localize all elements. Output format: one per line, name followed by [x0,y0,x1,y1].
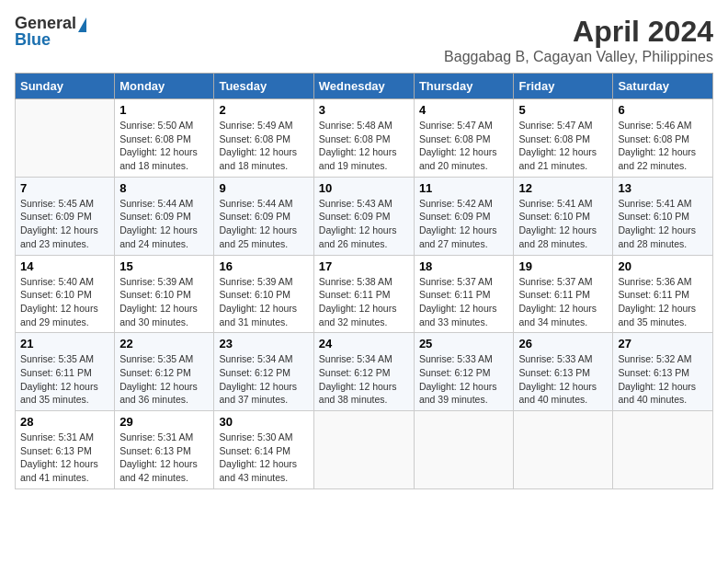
calendar-cell: 24Sunrise: 5:34 AM Sunset: 6:12 PM Dayli… [313,333,414,411]
calendar-cell: 28Sunrise: 5:31 AM Sunset: 6:13 PM Dayli… [16,411,115,489]
calendar-cell: 5Sunrise: 5:47 AM Sunset: 6:08 PM Daylig… [514,99,613,178]
calendar-cell: 18Sunrise: 5:37 AM Sunset: 6:11 PM Dayli… [414,255,514,333]
calendar-cell: 21Sunrise: 5:35 AM Sunset: 6:11 PM Dayli… [16,333,115,411]
calendar-cell: 13Sunrise: 5:41 AM Sunset: 6:10 PM Dayli… [613,177,713,255]
day-info: Sunrise: 5:37 AM Sunset: 6:11 PM Dayligh… [419,276,497,327]
day-info: Sunrise: 5:32 AM Sunset: 6:13 PM Dayligh… [618,353,696,405]
day-number: 29 [119,415,209,429]
day-number: 6 [618,103,708,117]
day-info: Sunrise: 5:41 AM Sunset: 6:10 PM Dayligh… [518,198,597,249]
week-row-4: 21Sunrise: 5:35 AM Sunset: 6:11 PM Dayli… [16,333,713,411]
week-row-2: 7Sunrise: 5:45 AM Sunset: 6:09 PM Daylig… [16,177,713,255]
title-area: April 2024 Baggabag B, Cagayan Valley, P… [444,15,713,65]
day-number: 30 [219,415,308,429]
calendar-cell: 17Sunrise: 5:38 AM Sunset: 6:11 PM Dayli… [313,255,414,333]
day-number: 1 [119,103,209,117]
day-number: 3 [319,103,409,117]
header: General Blue April 2024 Baggabag B, Caga… [15,15,713,65]
week-row-1: 1Sunrise: 5:50 AM Sunset: 6:08 PM Daylig… [16,99,713,178]
day-number: 9 [219,181,308,195]
day-number: 20 [618,259,708,273]
day-number: 19 [518,259,608,273]
day-number: 13 [618,181,708,195]
day-info: Sunrise: 5:48 AM Sunset: 6:08 PM Dayligh… [319,120,397,171]
day-info: Sunrise: 5:30 AM Sunset: 6:14 PM Dayligh… [219,431,297,483]
calendar-cell [16,99,115,178]
day-info: Sunrise: 5:40 AM Sunset: 6:10 PM Dayligh… [20,276,98,327]
day-info: Sunrise: 5:46 AM Sunset: 6:08 PM Dayligh… [618,120,696,171]
calendar-cell: 15Sunrise: 5:39 AM Sunset: 6:10 PM Dayli… [115,255,214,333]
day-info: Sunrise: 5:45 AM Sunset: 6:09 PM Dayligh… [20,198,98,249]
day-number: 16 [219,259,308,273]
calendar-cell: 22Sunrise: 5:35 AM Sunset: 6:12 PM Dayli… [115,333,214,411]
day-info: Sunrise: 5:31 AM Sunset: 6:13 PM Dayligh… [20,431,98,483]
col-header-friday: Friday [514,74,613,99]
calendar-cell [613,411,713,489]
calendar-cell: 27Sunrise: 5:32 AM Sunset: 6:13 PM Dayli… [613,333,713,411]
week-row-3: 14Sunrise: 5:40 AM Sunset: 6:10 PM Dayli… [16,255,713,333]
day-number: 7 [20,181,109,195]
day-info: Sunrise: 5:49 AM Sunset: 6:08 PM Dayligh… [219,120,297,171]
day-info: Sunrise: 5:47 AM Sunset: 6:08 PM Dayligh… [518,120,597,171]
day-number: 11 [419,181,509,195]
day-number: 17 [319,259,409,273]
calendar-cell: 9Sunrise: 5:44 AM Sunset: 6:09 PM Daylig… [214,177,313,255]
day-number: 12 [518,181,608,195]
day-number: 26 [518,337,608,350]
day-info: Sunrise: 5:37 AM Sunset: 6:11 PM Dayligh… [518,276,597,327]
calendar-cell: 4Sunrise: 5:47 AM Sunset: 6:08 PM Daylig… [414,99,514,178]
day-info: Sunrise: 5:33 AM Sunset: 6:12 PM Dayligh… [419,353,497,405]
calendar-cell: 16Sunrise: 5:39 AM Sunset: 6:10 PM Dayli… [214,255,313,333]
col-header-sunday: Sunday [16,74,115,99]
calendar-cell: 26Sunrise: 5:33 AM Sunset: 6:13 PM Dayli… [514,333,613,411]
calendar-cell: 11Sunrise: 5:42 AM Sunset: 6:09 PM Dayli… [414,177,514,255]
logo-general-text: General [15,15,76,31]
day-info: Sunrise: 5:47 AM Sunset: 6:08 PM Dayligh… [419,120,497,171]
day-number: 21 [20,337,109,350]
day-number: 24 [319,337,409,350]
day-info: Sunrise: 5:31 AM Sunset: 6:13 PM Dayligh… [119,431,198,483]
col-header-monday: Monday [115,74,214,99]
day-info: Sunrise: 5:44 AM Sunset: 6:09 PM Dayligh… [119,198,198,249]
col-header-tuesday: Tuesday [214,74,313,99]
day-info: Sunrise: 5:50 AM Sunset: 6:08 PM Dayligh… [119,120,198,171]
calendar-cell: 23Sunrise: 5:34 AM Sunset: 6:12 PM Dayli… [214,333,313,411]
logo-blue-text: Blue [15,31,51,48]
calendar-cell: 2Sunrise: 5:49 AM Sunset: 6:08 PM Daylig… [214,99,313,178]
month-title: April 2024 [444,15,713,49]
day-info: Sunrise: 5:34 AM Sunset: 6:12 PM Dayligh… [219,353,297,405]
day-info: Sunrise: 5:39 AM Sunset: 6:10 PM Dayligh… [219,276,297,327]
day-info: Sunrise: 5:38 AM Sunset: 6:11 PM Dayligh… [319,276,397,327]
calendar-cell: 20Sunrise: 5:36 AM Sunset: 6:11 PM Dayli… [613,255,713,333]
calendar-header-row: SundayMondayTuesdayWednesdayThursdayFrid… [16,74,713,99]
day-number: 10 [319,181,409,195]
calendar-cell: 7Sunrise: 5:45 AM Sunset: 6:09 PM Daylig… [16,177,115,255]
calendar-cell: 3Sunrise: 5:48 AM Sunset: 6:08 PM Daylig… [313,99,414,178]
calendar-cell: 1Sunrise: 5:50 AM Sunset: 6:08 PM Daylig… [115,99,214,178]
day-number: 25 [419,337,509,350]
calendar-cell: 10Sunrise: 5:43 AM Sunset: 6:09 PM Dayli… [313,177,414,255]
day-number: 14 [20,259,109,273]
calendar-cell: 12Sunrise: 5:41 AM Sunset: 6:10 PM Dayli… [514,177,613,255]
calendar-cell [414,411,514,489]
calendar-cell [313,411,414,489]
day-number: 2 [219,103,308,117]
calendar-cell: 6Sunrise: 5:46 AM Sunset: 6:08 PM Daylig… [613,99,713,178]
day-info: Sunrise: 5:44 AM Sunset: 6:09 PM Dayligh… [219,198,297,249]
calendar-table: SundayMondayTuesdayWednesdayThursdayFrid… [15,73,713,489]
day-number: 22 [119,337,209,350]
day-info: Sunrise: 5:35 AM Sunset: 6:11 PM Dayligh… [20,353,98,405]
col-header-wednesday: Wednesday [313,74,414,99]
calendar-cell: 8Sunrise: 5:44 AM Sunset: 6:09 PM Daylig… [115,177,214,255]
day-number: 28 [20,415,109,429]
day-number: 4 [419,103,509,117]
day-info: Sunrise: 5:41 AM Sunset: 6:10 PM Dayligh… [618,198,696,249]
day-number: 5 [518,103,608,117]
col-header-saturday: Saturday [613,74,713,99]
calendar-cell: 30Sunrise: 5:30 AM Sunset: 6:14 PM Dayli… [214,411,313,489]
day-info: Sunrise: 5:39 AM Sunset: 6:10 PM Dayligh… [119,276,198,327]
calendar-cell: 29Sunrise: 5:31 AM Sunset: 6:13 PM Dayli… [115,411,214,489]
col-header-thursday: Thursday [414,74,514,99]
day-info: Sunrise: 5:43 AM Sunset: 6:09 PM Dayligh… [319,198,397,249]
day-number: 15 [119,259,209,273]
